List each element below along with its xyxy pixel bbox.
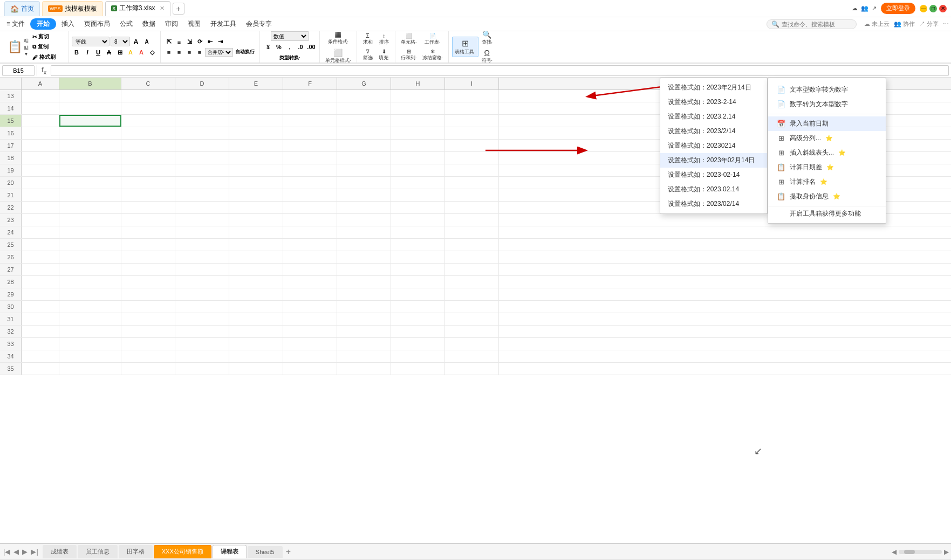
row-number-28[interactable]: 28 [0, 276, 22, 288]
cell-G28[interactable] [337, 276, 391, 288]
cell-F17[interactable] [283, 140, 337, 151]
cell-C17[interactable] [121, 140, 175, 151]
cell-A24[interactable] [22, 226, 59, 238]
row-number-33[interactable]: 33 [0, 338, 22, 350]
cell-H15[interactable] [391, 115, 445, 127]
cell-G26[interactable] [337, 251, 391, 263]
cell-H22[interactable] [391, 202, 445, 213]
indent-increase-button[interactable]: ⇥ [215, 37, 225, 47]
cell-D21[interactable] [175, 189, 229, 201]
cell-C28[interactable] [121, 276, 175, 288]
cell-D14[interactable] [175, 102, 229, 114]
cell-D32[interactable] [175, 326, 229, 337]
cell-G13[interactable] [337, 90, 391, 102]
date-format-4[interactable]: 设置格式如：2023/2/14 [660, 124, 767, 139]
close-button[interactable]: ✕ [939, 5, 947, 12]
cell-F29[interactable] [283, 288, 337, 300]
cell-A15[interactable] [22, 115, 59, 127]
collab-btn[interactable]: 👥 协作 [894, 20, 915, 28]
menu-dev[interactable]: 开发工具 [206, 18, 241, 30]
cell-H29[interactable] [391, 288, 445, 300]
wrap-text-button[interactable]: 自动换行 [234, 47, 256, 57]
menu-calc-rank[interactable]: ⊞ 计算排名 ⭐ [768, 175, 886, 189]
formula-input[interactable] [51, 65, 949, 76]
scroll-left-icon[interactable]: ◀ [892, 548, 897, 556]
cell-E34[interactable] [229, 350, 283, 362]
align-left-button[interactable]: ≡ [164, 47, 174, 57]
cell-I30[interactable] [445, 301, 499, 313]
merge-select[interactable]: 合并居中· [205, 48, 233, 57]
cell-H25[interactable] [391, 239, 445, 251]
row-number-15[interactable]: 15 [0, 115, 22, 127]
cell-D31[interactable] [175, 313, 229, 325]
sum-button[interactable]: Σ求和 [360, 32, 375, 47]
sheet-tab-employee[interactable]: 员工信息 [78, 545, 118, 558]
cell-D20[interactable] [175, 177, 229, 189]
row-number-22[interactable]: 22 [0, 202, 22, 213]
cell-B26[interactable] [59, 251, 121, 263]
menu-enable-toolbox[interactable]: 开启工具箱获得更多功能 [768, 206, 886, 221]
share-btn[interactable]: ↗ 分享 [919, 20, 939, 28]
menu-review[interactable]: 审阅 [161, 18, 182, 30]
cell-E20[interactable] [229, 177, 283, 189]
cell-I17[interactable] [445, 140, 499, 151]
cell-D22[interactable] [175, 202, 229, 213]
cell-I35[interactable] [445, 363, 499, 375]
cell-A18[interactable] [22, 152, 59, 164]
cell-B18[interactable] [59, 152, 121, 164]
cell-G23[interactable] [337, 214, 391, 226]
tab-nav-next[interactable]: ▶ [21, 548, 29, 556]
cell-B17[interactable] [59, 140, 121, 151]
cell-I13[interactable] [445, 90, 499, 102]
align-middle-button[interactable]: ≡ [174, 37, 184, 47]
cell-C33[interactable] [121, 338, 175, 350]
cell-I22[interactable] [445, 202, 499, 213]
align-justify-button[interactable]: ≡ [195, 47, 204, 57]
cell-G15[interactable] [337, 115, 391, 127]
cell-C27[interactable] [121, 264, 175, 275]
cell-I18[interactable] [445, 152, 499, 164]
cell-E18[interactable] [229, 152, 283, 164]
cell-D26[interactable] [175, 251, 229, 263]
cell-B23[interactable] [59, 214, 121, 226]
row-number-14[interactable]: 14 [0, 102, 22, 114]
cell-H21[interactable] [391, 189, 445, 201]
cell-I33[interactable] [445, 338, 499, 350]
font-color-button[interactable]: A [136, 47, 146, 57]
row-number-30[interactable]: 30 [0, 301, 22, 313]
col-header-e[interactable]: E [229, 78, 283, 89]
cell-C16[interactable] [121, 127, 175, 139]
cell-F19[interactable] [283, 164, 337, 176]
cell-G29[interactable] [337, 288, 391, 300]
decimal-decrease-button[interactable]: .00 [306, 42, 316, 52]
cell-H18[interactable] [391, 152, 445, 164]
cell-B27[interactable] [59, 264, 121, 275]
cell-H28[interactable] [391, 276, 445, 288]
row-number-24[interactable]: 24 [0, 226, 22, 238]
font-size-increase-button[interactable]: A [131, 37, 141, 46]
cell-H23[interactable] [391, 214, 445, 226]
cell-C32[interactable] [121, 326, 175, 337]
cell-A14[interactable] [22, 102, 59, 114]
row-col-button[interactable]: ⊞行和列· [399, 47, 419, 63]
cell-G24[interactable] [337, 226, 391, 238]
col-header-d[interactable]: D [175, 78, 229, 89]
menu-diagonal-header[interactable]: ⊞ 插入斜线表头... ⭐ [768, 146, 886, 160]
cell-B28[interactable] [59, 276, 121, 288]
cell-B16[interactable] [59, 127, 121, 139]
cell-B34[interactable] [59, 350, 121, 362]
row-number-20[interactable]: 20 [0, 177, 22, 189]
worksheet-button[interactable]: 📄工作表· [420, 32, 446, 47]
date-format-5[interactable]: 设置格式如：20230214 [660, 139, 767, 153]
cell-A23[interactable] [22, 214, 59, 226]
cell-E14[interactable] [229, 102, 283, 114]
cell-I14[interactable] [445, 102, 499, 114]
cell-G17[interactable] [337, 140, 391, 151]
fill-button[interactable]: ⬇填充· [377, 47, 392, 63]
cell-F35[interactable] [283, 363, 337, 375]
col-header-h[interactable]: H [391, 78, 445, 89]
cell-H33[interactable] [391, 338, 445, 350]
cell-H35[interactable] [391, 363, 445, 375]
underline-button[interactable]: U [93, 47, 103, 57]
cell-F27[interactable] [283, 264, 337, 275]
